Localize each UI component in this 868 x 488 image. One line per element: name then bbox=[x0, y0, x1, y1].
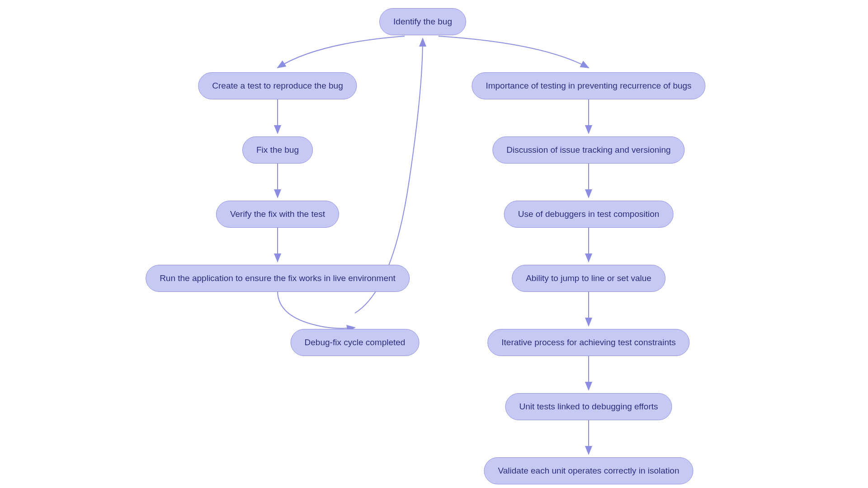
node-debuggers: Use of debuggers in test composition bbox=[504, 201, 674, 228]
node-create-test: Create a test to reproduce the bug bbox=[198, 72, 357, 99]
node-validate-unit: Validate each unit operates correctly in… bbox=[484, 457, 693, 484]
node-identify-bug: Identify the bug bbox=[379, 8, 466, 35]
node-debug-cycle-completed: Debug-fix cycle completed bbox=[291, 329, 420, 356]
flowchart-edges bbox=[0, 0, 868, 488]
node-verify-fix: Verify the fix with the test bbox=[216, 201, 339, 228]
node-fix-bug: Fix the bug bbox=[242, 136, 313, 164]
node-importance-testing: Importance of testing in preventing recu… bbox=[472, 72, 705, 99]
node-iterative-process: Iterative process for achieving test con… bbox=[487, 329, 689, 356]
node-issue-tracking: Discussion of issue tracking and version… bbox=[492, 136, 684, 164]
node-unit-tests: Unit tests linked to debugging efforts bbox=[505, 393, 672, 420]
node-jump-line: Ability to jump to line or set value bbox=[512, 265, 665, 292]
node-run-application: Run the application to ensure the fix wo… bbox=[146, 265, 410, 292]
